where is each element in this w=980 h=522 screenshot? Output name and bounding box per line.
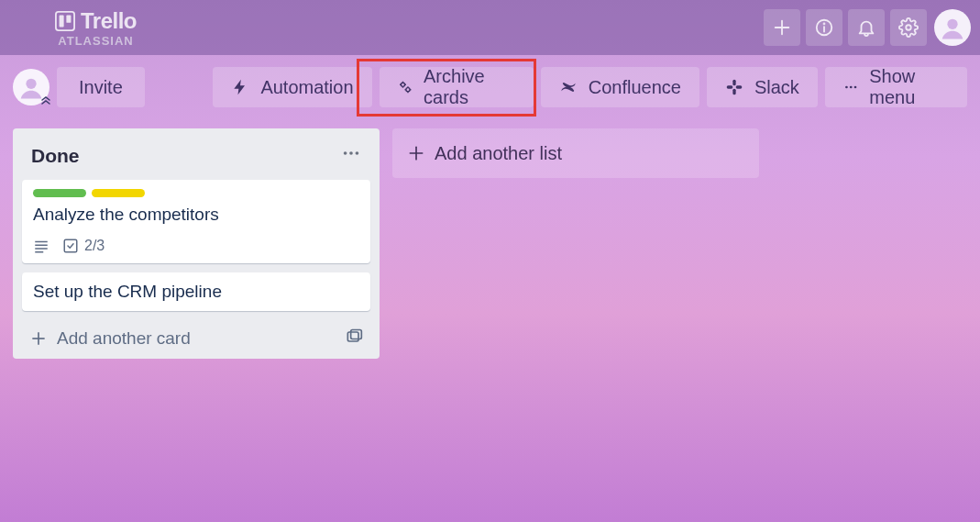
create-button[interactable] [764,9,800,46]
slack-button[interactable]: Slack [707,67,818,107]
svg-point-7 [824,23,825,24]
card[interactable]: Set up the CRM pipeline [22,272,370,311]
label-green[interactable] [33,189,86,197]
list-done: Done Analyze the competitors 2/3 Set up … [13,128,380,359]
svg-rect-25 [35,248,48,250]
automation-button[interactable]: Automation [213,67,371,107]
card-labels [33,189,359,197]
svg-rect-14 [732,89,735,95]
plus-icon [407,144,425,162]
description-icon [33,238,50,254]
bell-icon [856,17,876,38]
bolt-icon [231,78,249,96]
svg-point-20 [344,151,347,155]
svg-point-9 [947,19,957,29]
card-title: Analyze the competitors [33,205,359,225]
svg-rect-26 [35,251,43,253]
svg-rect-1 [60,15,64,27]
svg-rect-24 [35,245,48,247]
checklist-count: 2/3 [84,238,105,254]
list-title[interactable]: Done [31,145,80,167]
svg-point-12 [405,88,409,92]
settings-button[interactable] [890,9,927,46]
plus-icon [29,329,48,348]
slack-icon [725,78,743,96]
svg-point-8 [906,25,911,30]
logo: Trello ATLASSIAN [9,8,137,48]
invite-label: Invite [79,77,123,98]
dots-icon [341,143,361,163]
user-icon [939,14,966,41]
account-avatar[interactable] [934,9,971,46]
plus-icon [772,17,792,38]
svg-rect-15 [727,85,733,88]
svg-rect-27 [64,239,77,252]
confluence-button[interactable]: Confluence [541,67,699,107]
card-badges: 2/3 [33,238,359,254]
trello-icon [55,11,75,31]
member-avatar[interactable] [13,69,50,106]
brand-name: Trello [81,8,137,34]
notifications-button[interactable] [848,9,885,46]
svg-point-11 [401,83,404,86]
card[interactable]: Analyze the competitors 2/3 [22,180,370,263]
info-button[interactable] [806,9,842,46]
brand-sub: ATLASSIAN [58,34,133,48]
svg-point-10 [26,79,36,89]
checklist-icon [62,238,79,254]
svg-rect-13 [732,80,735,86]
chevron-double-icon [40,96,51,107]
svg-rect-23 [35,241,48,243]
board-header: Invite Automation Archive cards Confluen… [0,55,980,119]
svg-point-18 [850,86,853,89]
svg-rect-30 [347,332,358,341]
card-title: Set up the CRM pipeline [33,282,359,302]
list-menu-button[interactable] [341,143,361,169]
svg-point-17 [845,86,848,89]
global-header: Trello ATLASSIAN [0,0,980,55]
confluence-icon [559,78,578,96]
invite-button[interactable]: Invite [57,67,145,107]
show-menu-button[interactable]: Show menu [825,67,967,107]
template-icon [345,328,363,346]
svg-point-22 [356,151,359,155]
svg-rect-31 [351,330,362,339]
svg-rect-0 [56,11,74,29]
dots-icon [843,78,858,96]
svg-point-21 [349,151,353,155]
label-yellow[interactable] [92,189,145,197]
gear-icon [898,17,919,38]
archive-cards-button[interactable]: Archive cards [380,67,534,107]
svg-rect-2 [66,15,71,22]
gears-icon [398,78,413,96]
add-list-button[interactable]: Add another list [392,128,759,178]
add-card-button[interactable]: Add another card [29,328,191,349]
info-icon [814,17,834,38]
svg-point-19 [853,86,856,89]
card-template-button[interactable] [345,328,363,350]
svg-rect-16 [736,85,743,88]
board-canvas: Done Analyze the competitors 2/3 Set up … [0,119,980,368]
